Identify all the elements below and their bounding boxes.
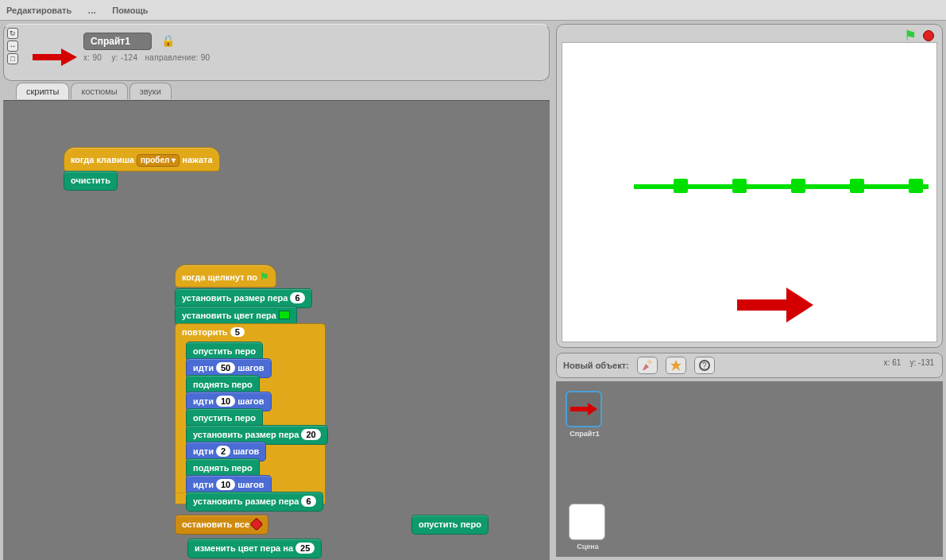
paint-new-sprite-button[interactable] bbox=[637, 357, 658, 374]
rotation-none-button[interactable]: □ bbox=[7, 53, 18, 64]
sprite-thumb-1[interactable]: Спрайт1 bbox=[566, 391, 604, 438]
tab-sounds[interactable]: звуки bbox=[129, 83, 172, 99]
pen-dot bbox=[850, 179, 864, 193]
red-arrow-icon bbox=[33, 48, 77, 68]
sprite-strip: Новый объект: ? x: 61 y: -131 bbox=[556, 353, 943, 378]
svg-text:?: ? bbox=[702, 361, 707, 370]
menu-item-help[interactable]: Помощь bbox=[112, 6, 148, 15]
scene-thumb[interactable]: Сцена bbox=[569, 504, 607, 550]
pen-dot bbox=[674, 179, 688, 193]
block-hat-greenflag[interactable]: когда щелкнут по ⚑ bbox=[175, 265, 276, 288]
menubar: Редактировать … Помощь bbox=[0, 0, 946, 21]
sprite-header: ↻ ↔ □ 🔒 x: 90 y: -124 направление: 90 bbox=[3, 24, 550, 81]
mouse-coords: x: 61 y: -131 bbox=[884, 358, 934, 367]
tabs: скрипты костюмы звуки bbox=[16, 83, 553, 99]
new-object-label: Новый объект: bbox=[563, 361, 629, 370]
stop-button[interactable] bbox=[923, 30, 934, 41]
green-flag-icon: ⚑ bbox=[260, 271, 269, 283]
tab-scripts[interactable]: скрипты bbox=[16, 83, 69, 99]
svg-marker-1 bbox=[737, 288, 813, 322]
svg-rect-2 bbox=[647, 359, 652, 365]
sprite-coords: x: 90 y: -124 направление: 90 bbox=[83, 53, 210, 62]
tab-costumes[interactable]: костюмы bbox=[71, 83, 127, 99]
menu-item-edit[interactable]: Редактировать bbox=[6, 6, 71, 15]
stop-icon bbox=[250, 518, 264, 531]
color-chip[interactable] bbox=[279, 311, 290, 319]
menu-item-other[interactable]: … bbox=[87, 6, 96, 15]
rotation-full-button[interactable]: ↻ bbox=[7, 28, 18, 39]
scripts-canvas[interactable]: когда клавиша пробел ▾ нажата очистить к… bbox=[3, 100, 550, 560]
svg-marker-6 bbox=[570, 403, 597, 415]
key-dropdown[interactable]: пробел ▾ bbox=[137, 154, 180, 167]
pen-dot bbox=[909, 179, 923, 193]
stage-wrap: ⚑ bbox=[556, 24, 943, 348]
rotation-leftright-button[interactable]: ↔ bbox=[7, 41, 18, 52]
pen-dot bbox=[791, 179, 805, 193]
svg-marker-3 bbox=[670, 360, 682, 371]
sprite-area: Спрайт1 bbox=[556, 381, 943, 557]
block-clear[interactable]: очистить bbox=[64, 171, 118, 191]
block-set-pen-size-6b[interactable]: установить размер пера 6 bbox=[186, 492, 323, 512]
block-hat-keypress[interactable]: когда клавиша пробел ▾ нажата bbox=[64, 147, 220, 172]
block-pen-down-orphan[interactable]: опустить перо bbox=[411, 515, 488, 535]
choose-sprite-button[interactable] bbox=[666, 357, 686, 374]
block-stop-all[interactable]: остановить все bbox=[175, 515, 268, 535]
lock-icon[interactable]: 🔒 bbox=[161, 34, 175, 47]
stage[interactable] bbox=[562, 42, 937, 342]
random-sprite-button[interactable]: ? bbox=[694, 357, 715, 374]
svg-marker-0 bbox=[33, 48, 77, 66]
sprite-name-input[interactable] bbox=[83, 33, 152, 50]
pen-dot bbox=[732, 179, 747, 193]
stage-sprite-arrow[interactable] bbox=[737, 288, 813, 324]
block-change-pen-color[interactable]: изменить цвет пера на 25 bbox=[187, 539, 322, 558]
